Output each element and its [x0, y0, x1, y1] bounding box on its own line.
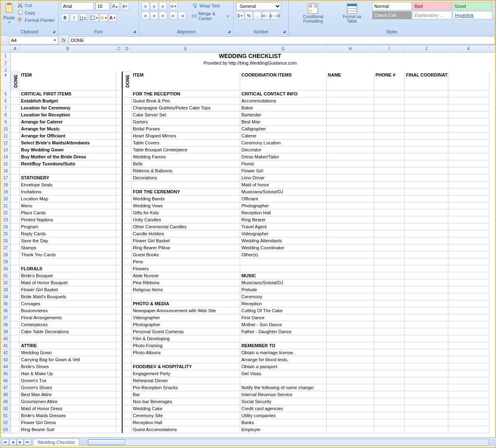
cell[interactable] [327, 153, 374, 160]
cell[interactable] [327, 167, 374, 174]
cell[interactable] [448, 104, 489, 111]
cell[interactable] [123, 405, 132, 412]
cell[interactable]: Notify the following of name change: [240, 384, 327, 391]
row-header[interactable]: 19 [1, 188, 10, 195]
decrease-decimal-button[interactable]: .0→.00 [271, 12, 279, 20]
cell[interactable]: Film & Developing [132, 335, 240, 342]
cell[interactable]: ITEM [20, 72, 116, 91]
cell[interactable] [116, 279, 123, 286]
cell[interactable] [374, 391, 405, 398]
cell[interactable] [132, 293, 240, 300]
cell[interactable] [11, 160, 20, 167]
cell[interactable]: Bar [132, 391, 240, 398]
cell[interactable] [448, 97, 489, 104]
cell[interactable] [116, 146, 123, 153]
cell[interactable] [11, 370, 20, 377]
cell[interactable] [123, 335, 132, 342]
cell[interactable] [11, 349, 20, 356]
percent-button[interactable]: % [245, 12, 253, 20]
cell[interactable] [374, 139, 405, 146]
cell[interactable] [327, 398, 374, 405]
cell[interactable] [374, 258, 405, 265]
cell[interactable] [123, 307, 132, 314]
row-header[interactable]: 16 [1, 167, 10, 174]
cell[interactable] [123, 314, 132, 321]
cell[interactable] [11, 216, 20, 223]
cell[interactable]: Florist [240, 160, 327, 167]
cell[interactable] [405, 391, 448, 398]
cell[interactable]: Accommodations [240, 97, 327, 104]
align-bottom-button[interactable]: ≡ [159, 2, 167, 10]
align-center-button[interactable]: ≡ [150, 12, 158, 20]
row-header[interactable]: 10 [1, 125, 10, 132]
cell[interactable] [11, 314, 20, 321]
cell[interactable] [405, 146, 448, 153]
wrap-text-button[interactable]: Wrap Text [190, 2, 231, 9]
cell[interactable]: NAME [327, 72, 374, 91]
cell[interactable] [116, 412, 123, 419]
cell[interactable]: Stamps [20, 244, 116, 251]
cell[interactable] [11, 398, 20, 405]
cell[interactable]: Personal Guest Cameras [132, 328, 240, 335]
cell[interactable] [116, 91, 123, 97]
cell[interactable] [116, 72, 123, 91]
cell[interactable]: ITEM [132, 72, 240, 91]
cell[interactable] [11, 426, 20, 433]
cell[interactable] [123, 132, 132, 139]
format-painter-button[interactable]: Format Painter [16, 17, 56, 23]
cell[interactable] [116, 286, 123, 293]
cell[interactable]: Ring Bearer Pillow [132, 244, 240, 251]
cell[interactable] [327, 426, 374, 433]
cell[interactable]: DONE [123, 72, 132, 91]
cell[interactable]: Arrange for Caterer [20, 118, 116, 125]
cell[interactable]: Maid of Honor Bouquet [20, 279, 116, 286]
cell[interactable] [374, 153, 405, 160]
clipboard-expand-icon[interactable]: ◢ [53, 30, 57, 34]
cell[interactable] [116, 293, 123, 300]
cell[interactable] [123, 384, 132, 391]
cell[interactable] [327, 237, 374, 244]
cell[interactable] [327, 195, 374, 202]
col-header[interactable]: A [11, 45, 20, 52]
cell[interactable]: Photo Framing [132, 342, 240, 349]
cell[interactable] [11, 153, 20, 160]
cell[interactable] [374, 167, 405, 174]
cell[interactable] [405, 91, 448, 97]
row-header[interactable]: 4 [1, 72, 10, 91]
cell[interactable] [116, 125, 123, 132]
cell[interactable] [116, 321, 123, 328]
cell[interactable] [405, 181, 448, 188]
cell[interactable] [448, 286, 489, 293]
cell[interactable] [448, 202, 489, 209]
cell[interactable] [11, 223, 20, 230]
number-format-select[interactable]: General [236, 2, 281, 10]
cell[interactable] [11, 97, 20, 104]
cell[interactable] [132, 356, 240, 363]
cell[interactable]: Ceremony [240, 293, 327, 300]
cell[interactable]: Guest Accomodations [132, 426, 240, 433]
cell[interactable]: Social Security [240, 398, 327, 405]
cell[interactable]: FOR THE CEREMONY [132, 188, 240, 195]
cell[interactable]: Maid of Honor Dress [20, 405, 116, 412]
cell[interactable]: Ceremony Site [132, 412, 240, 419]
cell[interactable]: CRITICAL FIRST ITEMS [20, 91, 116, 97]
cell[interactable] [116, 265, 123, 272]
cell[interactable] [448, 335, 489, 342]
cell[interactable]: Carrying Bag for Gown & Veil [20, 356, 116, 363]
cell[interactable] [123, 188, 132, 195]
cell[interactable] [132, 181, 240, 188]
cell[interactable] [374, 335, 405, 342]
cell[interactable] [405, 384, 448, 391]
cell[interactable]: Pre-Reception Snacks [132, 384, 240, 391]
cell[interactable] [405, 300, 448, 307]
row-header[interactable]: 22 [1, 209, 10, 216]
cell[interactable] [20, 258, 116, 265]
cell[interactable] [374, 307, 405, 314]
cell[interactable] [374, 188, 405, 195]
cell[interactable] [448, 181, 489, 188]
cell[interactable] [11, 328, 20, 335]
cell[interactable] [116, 216, 123, 223]
cell[interactable] [405, 258, 448, 265]
cell[interactable] [448, 132, 489, 139]
cell[interactable] [448, 370, 489, 377]
